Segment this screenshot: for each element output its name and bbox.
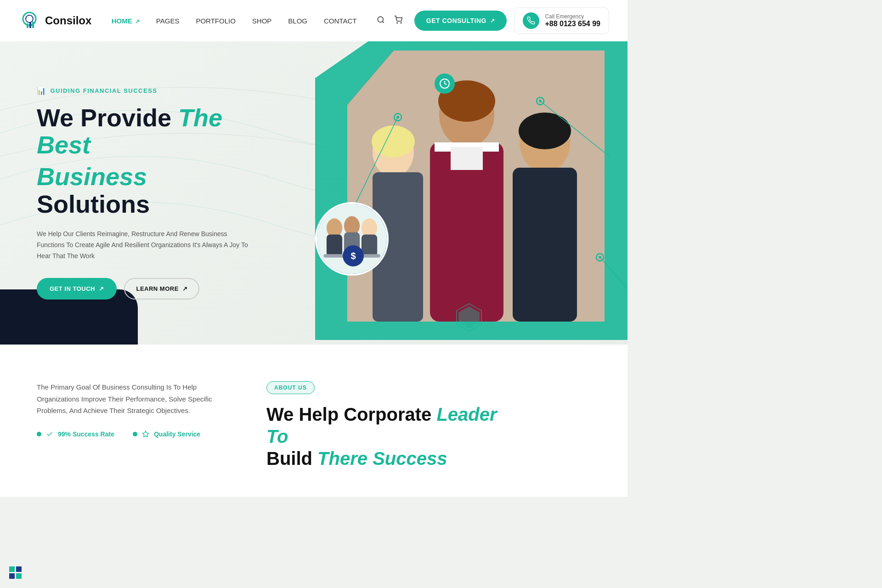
hero-title-part1: We Provide: [37, 104, 178, 131]
hero-buttons: GET IN TOUCH ↗ LEARN MORE ↗: [37, 278, 248, 300]
svg-marker-41: [142, 431, 148, 437]
phone-icon: [523, 12, 539, 29]
svg-rect-23: [327, 235, 342, 257]
search-icon: [377, 16, 385, 24]
hero-title-line1: We Provide The Best: [37, 104, 248, 159]
nav-home[interactable]: HOME ↗: [112, 17, 140, 25]
stat2-label: Quality Service: [154, 430, 200, 438]
header-icons: [377, 16, 402, 26]
hero-subtitle-text: GUIDING FINANCIAL SUCCESS: [51, 87, 158, 94]
checkmark-icon: [46, 430, 53, 438]
emergency-number: +88 0123 654 99: [545, 20, 600, 28]
svg-marker-40: [458, 306, 480, 328]
svg-point-7: [397, 23, 398, 23]
svg-rect-20: [451, 147, 483, 170]
svg-line-6: [382, 21, 384, 23]
emergency-label: Call Emergency: [545, 13, 600, 20]
nav-shop[interactable]: SHOP: [252, 17, 272, 25]
search-button[interactable]: [377, 16, 385, 26]
nav-portfolio[interactable]: PORTFOLIO: [196, 17, 235, 25]
emergency-text: Call Emergency +88 0123 654 99: [545, 13, 600, 28]
get-consulting-button[interactable]: GET CONSULTING ↗: [414, 11, 507, 31]
logo-icon: [18, 10, 40, 32]
about-title: We Help Corporate Leader To Build There …: [266, 403, 505, 469]
stat-quality: Quality Service: [133, 430, 200, 438]
stat-dot-2: [133, 432, 137, 436]
about-badge: ABOUT US: [266, 381, 315, 394]
dollar-badge: $: [343, 245, 364, 266]
clock-icon: [439, 78, 450, 89]
svg-point-1: [26, 15, 33, 23]
about-right: ABOUT US We Help Corporate Leader To Bui…: [266, 381, 505, 469]
dollar-sign: $: [351, 251, 356, 261]
hero-content: 📊 GUIDING FINANCIAL SUCCESS We Provide T…: [0, 59, 285, 328]
phone-svg-icon: [527, 17, 535, 25]
get-in-touch-button[interactable]: GET IN TOUCH ↗: [37, 278, 117, 300]
clock-decoration: [435, 74, 455, 94]
hero-description: We Help Our Clients Reimagine, Restructu…: [37, 229, 248, 261]
hero-title-teal: Business: [37, 163, 147, 190]
cart-icon: [394, 16, 402, 24]
about-description: The Primary Goal Of Business Consulting …: [37, 381, 230, 417]
svg-point-5: [378, 17, 383, 22]
nav-blog[interactable]: BLOG: [288, 17, 307, 25]
nav-pages[interactable]: PAGES: [156, 17, 180, 25]
svg-rect-3: [29, 23, 31, 28]
hero-image-area: $: [288, 41, 628, 345]
get-consulting-label: GET CONSULTING: [426, 17, 486, 24]
about-left: The Primary Goal Of Business Consulting …: [37, 381, 230, 438]
hero-section: 📊 GUIDING FINANCIAL SUCCESS We Provide T…: [0, 41, 628, 345]
about-title-part1: We Help Corporate: [266, 404, 436, 424]
stat1-label: 99% Success Rate: [58, 430, 114, 438]
header: Consilox HOME ↗ PAGES PORTFOLIO SHOP BLO…: [0, 0, 628, 41]
people-illustration: [347, 51, 605, 322]
svg-point-18: [519, 113, 571, 149]
about-badge-text: ABOUT US: [274, 384, 307, 391]
about-title-italic2: There Success: [317, 448, 447, 469]
header-right: GET CONSULTING ↗ Call Emergency +88 0123…: [377, 7, 609, 34]
hero-title-line2: Business Solutions: [37, 163, 248, 218]
svg-point-8: [401, 23, 401, 23]
svg-rect-14: [513, 168, 577, 322]
stat-dot-1: [37, 432, 41, 436]
star-icon: [142, 430, 149, 438]
get-in-touch-label: GET IN TOUCH: [50, 285, 95, 292]
svg-rect-4: [32, 22, 34, 28]
about-title-part2: Build: [266, 448, 317, 469]
consulting-arrow-icon: ↗: [490, 17, 495, 24]
about-section: The Primary Goal Of Business Consulting …: [0, 345, 628, 497]
emergency-box: Call Emergency +88 0123 654 99: [514, 7, 609, 34]
hexagon-filled-icon: [457, 305, 481, 330]
cart-button[interactable]: [394, 16, 402, 26]
svg-rect-27: [362, 235, 377, 257]
logo[interactable]: Consilox: [18, 10, 91, 32]
logo-text: Consilox: [45, 14, 91, 27]
learn-more-button[interactable]: LEARN MORE ↗: [124, 278, 199, 300]
hero-title-dark: Solutions: [37, 190, 150, 218]
learn-arrow-icon: ↗: [182, 285, 188, 292]
svg-rect-2: [27, 23, 28, 28]
hero-subtitle: 📊 GUIDING FINANCIAL SUCCESS: [37, 86, 248, 95]
touch-arrow-icon: ↗: [99, 285, 104, 292]
main-nav: HOME ↗ PAGES PORTFOLIO SHOP BLOG CONTACT: [112, 17, 357, 25]
chart-icon: 📊: [37, 86, 47, 95]
about-stats: 99% Success Rate Quality Service: [37, 430, 230, 438]
svg-point-19: [372, 125, 415, 158]
stat-success-rate: 99% Success Rate: [37, 430, 114, 438]
nav-contact[interactable]: CONTACT: [324, 17, 356, 25]
learn-more-label: LEARN MORE: [136, 285, 178, 292]
hexagon-decoration: [453, 301, 485, 335]
